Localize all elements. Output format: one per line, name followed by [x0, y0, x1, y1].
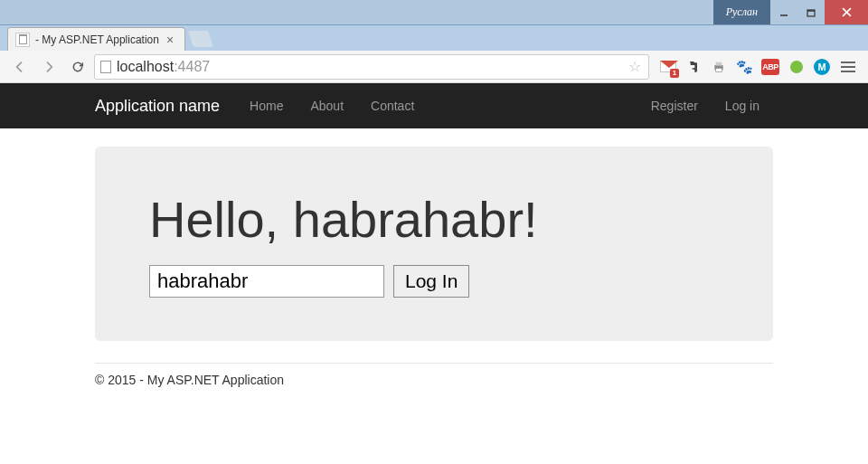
gmail-badge: 1 [670, 69, 679, 78]
green-dot-extension-icon[interactable] [788, 59, 805, 75]
url-text: localhost:4487 [117, 59, 621, 75]
window-titlebar: Руслан [0, 0, 868, 25]
chrome-menu-button[interactable] [839, 58, 857, 76]
nav-link-about[interactable]: About [297, 83, 357, 128]
page-container: Hello, habrahabr! Log In © 2015 - My ASP… [95, 147, 773, 405]
svg-point-8 [722, 65, 722, 66]
tab-title: - My ASP.NET Application [35, 33, 159, 46]
paw-extension-icon[interactable]: 🐾 [736, 59, 752, 75]
nav-link-login[interactable]: Log in [712, 83, 773, 128]
svg-rect-6 [716, 62, 722, 65]
site-info-icon[interactable] [100, 61, 111, 73]
navbar-brand[interactable]: Application name [95, 97, 236, 116]
browser-toolbar: localhost:4487 ☆ 1 🐾 ABP M [0, 51, 868, 83]
username-input[interactable] [149, 265, 384, 298]
footer-divider [95, 363, 773, 364]
login-form: Log In [149, 265, 719, 298]
bookmark-star-icon[interactable]: ☆ [627, 58, 643, 75]
login-button[interactable]: Log In [393, 265, 469, 298]
back-button[interactable] [7, 54, 33, 80]
maximize-button[interactable] [797, 0, 825, 24]
page-favicon [15, 33, 30, 47]
navbar-right: Register Log in [637, 83, 773, 128]
navbar-links: Home About Contact [236, 83, 428, 128]
nav-link-register[interactable]: Register [637, 83, 712, 128]
window-user-badge[interactable]: Руслан [713, 0, 770, 24]
forward-button[interactable] [36, 54, 61, 80]
reload-button[interactable] [65, 54, 90, 80]
site-navbar: Application name Home About Contact Regi… [0, 83, 868, 128]
page-heading: Hello, habrahabr! [149, 190, 719, 249]
close-button[interactable] [825, 0, 868, 24]
tab-close-icon[interactable]: × [165, 33, 175, 47]
page-footer: © 2015 - My ASP.NET Application [95, 373, 773, 405]
print-extension-icon[interactable] [711, 59, 727, 75]
gmail-extension-icon[interactable]: 1 [660, 59, 676, 75]
jumbotron: Hello, habrahabr! Log In [95, 147, 773, 341]
extension-icons: 1 🐾 ABP M [653, 58, 861, 76]
browser-tab[interactable]: - My ASP.NET Application × [7, 27, 185, 51]
nav-link-contact[interactable]: Contact [357, 83, 428, 128]
new-tab-button[interactable] [188, 31, 213, 47]
minimize-button[interactable] [770, 0, 797, 24]
adblock-extension-icon[interactable]: ABP [761, 59, 779, 75]
window-controls [770, 0, 868, 24]
nav-link-home[interactable]: Home [236, 83, 297, 128]
m-extension-icon[interactable]: M [814, 59, 830, 75]
browser-tabstrip: - My ASP.NET Application × [0, 25, 868, 51]
svg-rect-7 [716, 68, 722, 71]
address-bar[interactable]: localhost:4487 ☆ [94, 54, 649, 80]
evernote-extension-icon[interactable] [685, 59, 702, 75]
